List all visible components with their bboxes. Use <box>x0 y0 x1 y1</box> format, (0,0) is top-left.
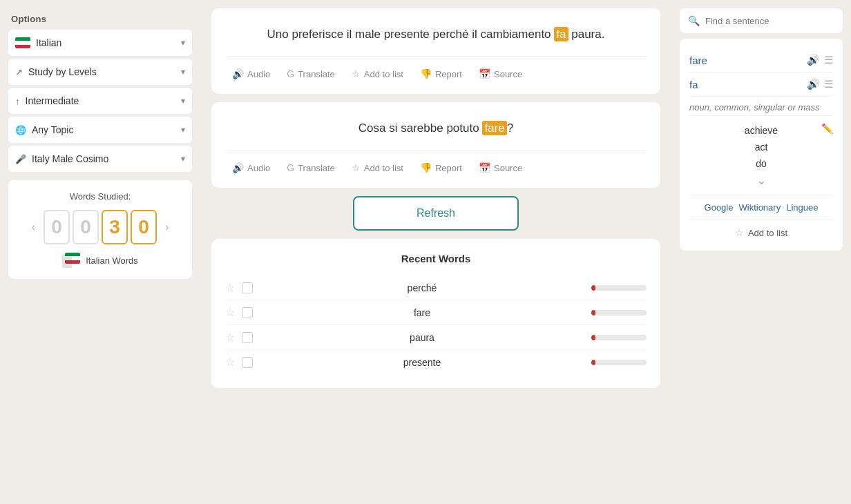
progress-bar-4 <box>591 360 647 365</box>
source-label-2: Source <box>494 163 522 173</box>
sidebar-item-intermediate[interactable]: ↑ Intermediate ▾ <box>8 88 192 114</box>
def-word-row-fare: fare 🔊 ☰ <box>689 48 833 72</box>
sidebar-item-language-label: Italian <box>36 37 61 48</box>
counter-digits: 0 0 3 0 <box>44 210 157 244</box>
translate-button-1[interactable]: G Translate <box>280 65 342 83</box>
digit-0: 0 <box>44 210 70 244</box>
add-to-list-label-2: Add to list <box>364 163 403 173</box>
definition-panel: fare 🔊 ☰ fa 🔊 ☰ noun, common, singular o… <box>680 39 843 251</box>
star-icon-2[interactable]: ☆ <box>225 306 235 319</box>
main-content: Uno preferisce il male presente perché i… <box>200 0 671 504</box>
chevron-down-icon: ▾ <box>181 67 185 77</box>
list-icon-button-fare[interactable]: ☰ <box>824 54 833 66</box>
star-icon: ☆ <box>352 68 361 79</box>
show-more-button[interactable]: ⌄ <box>756 173 767 188</box>
report-button-2[interactable]: 👎 Report <box>413 159 469 177</box>
chevron-down-icon: ▾ <box>181 125 185 135</box>
star-icon: ☆ <box>352 162 361 173</box>
sidebar-item-study-levels-label: Study by Levels <box>28 66 97 77</box>
sidebar-item-language[interactable]: Italian ▾ <box>8 30 192 56</box>
sidebar-item-voice[interactable]: 🎤 Italy Male Cosimo ▾ <box>8 146 192 172</box>
audio-button-2[interactable]: 🔊 Audio <box>225 159 277 177</box>
sidebar-item-any-topic-label: Any Topic <box>32 124 73 135</box>
word-name-4: presente <box>260 357 584 368</box>
mic-icon: 🎤 <box>15 154 26 164</box>
source-button-1[interactable]: 📅 Source <box>472 65 529 83</box>
list-icon-button-fa[interactable]: ☰ <box>824 78 833 90</box>
translation-2: do <box>756 156 767 171</box>
word-name-3: paura <box>260 332 584 343</box>
def-icons-fa: 🔊 ☰ <box>807 78 833 90</box>
def-icons-fare: 🔊 ☰ <box>807 54 833 66</box>
source-icon: 📅 <box>479 162 490 173</box>
italian-flag-icon <box>15 37 30 48</box>
italian-words-row: Italian Words <box>62 253 138 268</box>
audio-label-1: Audio <box>247 69 270 79</box>
translation-1: act <box>755 139 768 155</box>
globe-icon: 🌐 <box>15 125 26 135</box>
translate-button-2[interactable]: G Translate <box>280 159 342 177</box>
refresh-container: Refresh <box>211 196 660 231</box>
search-input[interactable] <box>705 16 834 26</box>
translations-section: ✏️ achieve act do ⌄ <box>689 116 833 195</box>
card-actions-1: 🔊 Audio G Translate ☆ Add to list 👎 Repo… <box>225 56 647 83</box>
add-to-list-button-1[interactable]: ☆ Add to list <box>345 65 410 83</box>
sentence-text-1: Uno preferisce il male presente perché i… <box>225 25 647 43</box>
word-row-1: ☆ perché <box>225 275 647 300</box>
report-button-1[interactable]: 👎 Report <box>413 65 469 83</box>
recent-words-card: Recent Words ☆ perché ☆ fare ☆ paura <box>211 239 660 388</box>
source-icon: 📅 <box>479 68 490 79</box>
edit-icon[interactable]: ✏️ <box>821 123 833 134</box>
audio-play-button-fa[interactable]: 🔊 <box>807 78 820 90</box>
translate-label-2: Translate <box>298 163 335 173</box>
translate-icon: G <box>287 68 294 79</box>
audio-button-1[interactable]: 🔊 Audio <box>225 65 277 83</box>
digit-1: 0 <box>73 210 99 244</box>
digit-2: 3 <box>102 210 128 244</box>
star-icon-1[interactable]: ☆ <box>225 281 235 294</box>
checkbox-2[interactable] <box>242 307 253 318</box>
add-to-list-button-2[interactable]: ☆ Add to list <box>345 159 410 177</box>
checkbox-3[interactable] <box>242 332 253 343</box>
def-secondary-word[interactable]: fa <box>689 79 698 90</box>
audio-icon: 🔊 <box>232 162 244 173</box>
sentence-text-2: Cosa si sarebbe potuto fare? <box>225 119 647 137</box>
star-icon-3[interactable]: ☆ <box>225 331 235 344</box>
sidebar-item-voice-label: Italy Male Cosimo <box>32 153 108 164</box>
sidebar-item-study-levels[interactable]: ↗ Study by Levels ▾ <box>8 59 192 85</box>
card-actions-2: 🔊 Audio G Translate ☆ Add to list 👎 Repo… <box>225 150 647 177</box>
word-name-2: fare <box>260 307 584 318</box>
translate-icon: G <box>287 162 294 173</box>
trend-up-icon: ↗ <box>15 67 23 77</box>
progress-bar-3 <box>591 335 647 340</box>
sidebar-item-any-topic[interactable]: 🌐 Any Topic ▾ <box>8 117 192 143</box>
counter-row: ‹ 0 0 3 0 › <box>29 210 172 244</box>
linguee-link[interactable]: Linguee <box>786 202 818 213</box>
word-row-4: ☆ presente <box>225 350 647 374</box>
audio-label-2: Audio <box>247 163 270 173</box>
google-link[interactable]: Google <box>705 202 734 213</box>
source-button-2[interactable]: 📅 Source <box>472 159 529 177</box>
wiktionary-link[interactable]: Wiktionary <box>738 202 781 213</box>
sidebar: Options Italian ▾ ↗ Study by Levels ▾ ↑ … <box>0 0 200 504</box>
def-word-row-fa: fa 🔊 ☰ <box>689 72 833 97</box>
translation-0: achieve <box>745 123 778 138</box>
prev-arrow-button[interactable]: ‹ <box>29 218 38 236</box>
refresh-button[interactable]: Refresh <box>353 196 519 231</box>
report-icon: 👎 <box>420 162 432 173</box>
highlighted-word-fa: fa <box>554 27 568 41</box>
audio-play-button-fare[interactable]: 🔊 <box>807 54 820 66</box>
next-arrow-button[interactable]: › <box>162 218 171 236</box>
report-label-2: Report <box>435 163 462 173</box>
checkbox-1[interactable] <box>242 282 253 293</box>
word-row-3: ☆ paura <box>225 325 647 350</box>
progress-bar-2 <box>591 310 647 316</box>
translate-label-1: Translate <box>298 69 335 79</box>
star-icon-4[interactable]: ☆ <box>225 356 235 369</box>
add-to-list-label-1: Add to list <box>364 69 403 79</box>
chevron-down-icon: ▾ <box>181 154 185 164</box>
def-primary-word[interactable]: fare <box>689 55 707 66</box>
checkbox-4[interactable] <box>242 357 253 368</box>
report-icon: 👎 <box>420 68 432 79</box>
add-to-list-row[interactable]: ☆ Add to list <box>689 220 833 241</box>
